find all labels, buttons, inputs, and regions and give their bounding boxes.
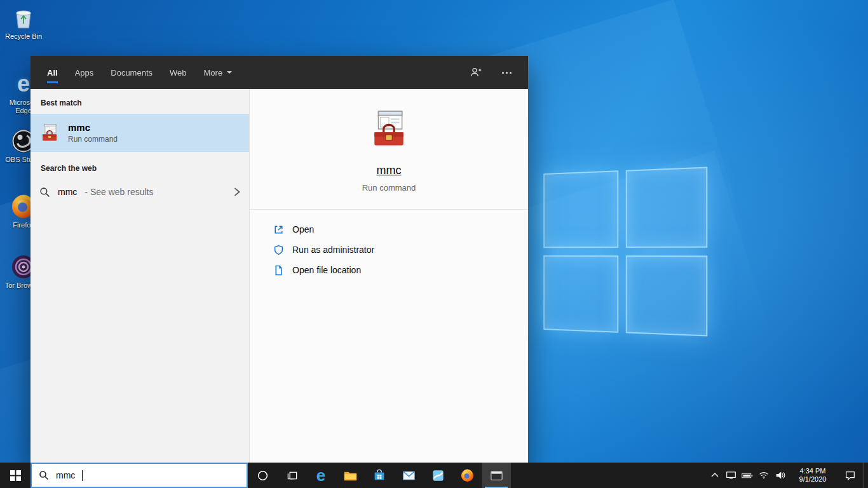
tray-network-button[interactable] [756,463,772,488]
chevron-up-icon [711,473,719,478]
battery-icon [742,472,753,479]
action-label: Run as administrator [292,245,374,255]
network-wifi-icon [759,471,769,479]
taskbar-app-store[interactable] [365,463,394,488]
web-query: mmc [58,187,77,197]
search-filter-bar: All Apps Documents Web More [31,56,528,89]
account-icon[interactable] [470,66,482,79]
taskbar-clock[interactable]: 4:34 PM 9/1/2020 [789,467,837,484]
microsoft-store-icon [372,468,386,482]
open-icon [273,224,284,235]
tray-volume-button[interactable] [772,463,789,488]
desktop-icon-recycle-bin[interactable]: Recycle Bin [1,5,46,41]
search-input-value: mmc [56,470,75,480]
windows-logo-pane [543,255,618,333]
system-tray: 4:34 PM 9/1/2020 [707,463,868,488]
blue-app-icon [431,468,445,483]
clock-date: 9/1/2020 [789,475,837,484]
tab-label: Web [170,68,187,78]
search-icon [39,470,49,480]
tray-display-button[interactable] [722,463,739,488]
cortana-button[interactable] [248,463,277,488]
section-search-web: Search the web [31,152,249,179]
show-desktop-button[interactable] [864,463,868,488]
tab-label: All [47,68,58,78]
windows-logo-pane [626,167,708,248]
action-run-as-administrator[interactable]: Run as administrator [273,240,528,260]
result-subtitle: Run command [68,135,118,144]
file-location-icon [273,265,284,276]
tab-documents[interactable]: Documents [111,56,153,89]
start-search-flyout: All Apps Documents Web More [31,56,528,463]
taskbar-app-mail[interactable] [394,463,423,488]
ellipsis-icon [502,72,512,74]
taskbar-app-terminal-active[interactable] [482,463,511,488]
mail-icon [402,468,416,483]
result-web-mmc[interactable]: mmc - See web results [31,179,249,205]
clock-time: 4:34 PM [789,467,837,475]
mmc-toolbox-icon-large [368,108,410,150]
search-icon [39,187,50,198]
tab-label: More [204,68,223,78]
tab-label: Documents [111,68,153,78]
tray-battery-button[interactable] [739,463,756,488]
result-title: mmc [68,122,118,133]
action-label: Open file location [292,265,361,275]
edge-icon: e [316,467,325,484]
admin-shield-icon [273,245,284,255]
section-best-match: Best match [31,89,249,114]
windows-start-icon [10,470,21,481]
action-center-button[interactable] [837,463,864,488]
action-open-file-location[interactable]: Open file location [273,260,528,280]
preview-subtitle: Run command [362,183,416,193]
file-explorer-icon [343,468,358,483]
text-caret [82,470,83,481]
windows-logo [543,167,707,337]
tab-more[interactable]: More [204,56,233,89]
taskbar-app-firefox[interactable] [452,463,482,488]
start-button[interactable] [0,463,31,488]
tab-web[interactable]: Web [170,56,187,89]
tab-label: Apps [75,68,94,78]
terminal-window-icon [489,468,504,483]
action-center-icon [844,470,856,481]
result-text: mmc Run command [68,122,118,144]
preview-title[interactable]: mmc [377,164,402,177]
result-preview-pane: mmc Run command Open Run as administrato… [249,89,528,463]
chevron-right-icon[interactable] [234,187,240,196]
search-results-list: Best match mmc Run command [31,89,249,463]
tab-apps[interactable]: Apps [75,56,94,89]
tab-all[interactable]: All [47,56,58,89]
action-label: Open [292,224,314,234]
task-view-button[interactable] [277,463,306,488]
action-open[interactable]: Open [273,219,528,240]
recycle-bin-icon [11,5,36,30]
volume-icon [775,471,786,480]
chevron-down-icon [227,71,232,76]
taskbar-app-file-explorer[interactable] [336,463,365,488]
web-suffix: - See web results [85,187,153,197]
hidden-icons-button[interactable] [707,463,722,488]
windows-logo-pane [626,255,708,336]
taskbar-app-blue[interactable] [423,463,452,488]
taskbar-search-input[interactable]: mmc [31,463,248,488]
display-icon [726,471,736,480]
preview-actions: Open Run as administrator Open file loca… [250,210,528,280]
search-results-body: Best match mmc Run command [31,89,528,463]
desktop-icon-label: Recycle Bin [1,32,46,41]
firefox-icon [460,468,475,483]
taskbar-app-edge[interactable]: e [306,463,336,488]
cortana-icon [257,470,269,482]
task-view-icon [286,470,298,482]
taskbar: mmc e [0,463,868,488]
result-best-match-mmc[interactable]: mmc Run command [31,114,249,152]
search-filter-tabs: All Apps Documents Web More [47,56,232,89]
more-options-icon[interactable] [500,66,513,79]
windows-logo-pane [543,170,618,248]
mmc-toolbox-icon [39,123,60,143]
search-header-actions [470,66,513,79]
